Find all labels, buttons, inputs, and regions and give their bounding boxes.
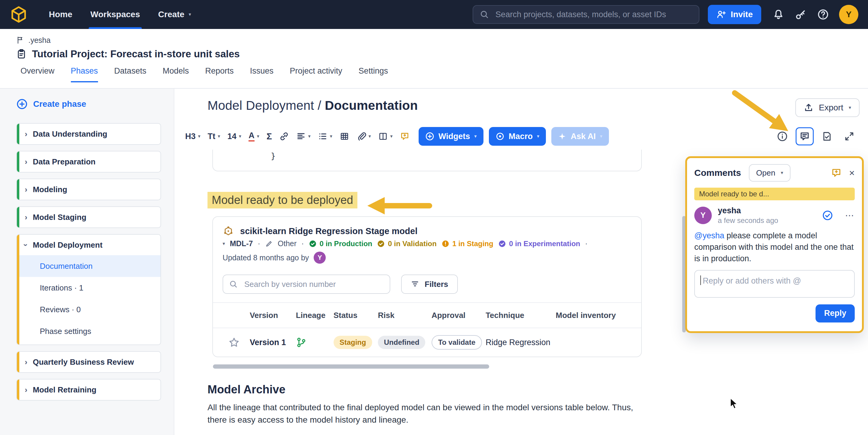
breadcrumb-phase[interactable]: Model Deployment: [208, 98, 314, 113]
sidebar-item-modeling[interactable]: ›Modeling: [16, 179, 161, 200]
sidebar-subitem-documentation[interactable]: Documentation: [17, 255, 160, 277]
page-title: Model Deployment / Documentation: [208, 98, 418, 113]
code-block-tail[interactable]: }: [212, 150, 642, 172]
sidebar-item-model-staging[interactable]: ›Model Staging: [16, 206, 161, 228]
font-family-dropdown[interactable]: Tt▾: [204, 127, 224, 146]
tab-phases[interactable]: Phases: [71, 66, 98, 82]
table-icon: [340, 131, 349, 141]
comment-plus-icon: [400, 131, 409, 141]
chevron-down-icon[interactable]: ▾: [223, 241, 225, 246]
sidebar-item-data-understanding[interactable]: ›Data Understanding: [16, 123, 161, 145]
review-notes-button[interactable]: [818, 127, 836, 146]
updated-by-avatar[interactable]: Y: [314, 252, 326, 263]
user-avatar[interactable]: Y: [839, 5, 858, 24]
sidebar-item-quarterly-business-review[interactable]: ›Quarterly Business Review: [16, 351, 161, 373]
insert-table-button[interactable]: [336, 127, 353, 146]
sidebar-subitem-iterations[interactable]: Iterations · 1: [17, 277, 160, 299]
column-header-approval[interactable]: Approval: [432, 311, 486, 320]
column-header-lineage[interactable]: Lineage: [296, 311, 334, 320]
phase-status-bar: [17, 207, 19, 227]
check-circle-icon: [377, 240, 385, 248]
export-button[interactable]: Export ▾: [795, 98, 860, 117]
cell-lineage[interactable]: [296, 337, 334, 348]
info-button[interactable]: [773, 127, 792, 146]
tab-overview[interactable]: Overview: [21, 66, 55, 82]
layout-dropdown[interactable]: ▾: [375, 127, 396, 146]
version-search[interactable]: [223, 275, 390, 294]
create-phase-button[interactable]: Create phase: [16, 98, 174, 110]
macro-icon: [496, 132, 504, 141]
cell-version[interactable]: Version 1: [250, 338, 296, 347]
phase-header-model-deployment[interactable]: ›Model Deployment: [17, 235, 160, 255]
attachment-dropdown[interactable]: ▾: [353, 127, 375, 146]
comments-title: Comments: [694, 168, 741, 178]
highlighted-heading[interactable]: Model ready to be deployed: [208, 192, 358, 209]
align-dropdown[interactable]: ▾: [292, 127, 314, 146]
notifications-button[interactable]: [770, 6, 786, 23]
help-button[interactable]: [815, 6, 831, 23]
column-header-risk[interactable]: Risk: [378, 311, 432, 320]
ask-ai-button[interactable]: Ask AI▾: [551, 127, 609, 146]
comment-more-button[interactable]: ⋯: [845, 210, 855, 220]
tab-issues[interactable]: Issues: [250, 66, 274, 82]
horizontal-scrollbar[interactable]: [213, 365, 489, 369]
macro-button[interactable]: Macro▾: [489, 127, 546, 146]
formula-button[interactable]: Σ: [263, 127, 276, 146]
nav-item-workspaces[interactable]: Workspaces: [82, 0, 149, 29]
favorite-star-icon[interactable]: [228, 337, 250, 348]
model-table-controls: Filters: [213, 263, 641, 294]
reply-button[interactable]: Reply: [815, 304, 855, 322]
chevron-down-icon: ▾: [474, 134, 477, 139]
add-comment-button[interactable]: [396, 127, 413, 146]
tab-project-activity[interactable]: Project activity: [290, 66, 342, 82]
fullscreen-button[interactable]: [840, 127, 858, 146]
heading-style-dropdown[interactable]: H3▾: [182, 127, 204, 146]
badge-label: 0 in Validation: [388, 240, 436, 248]
workspace-name[interactable]: .yesha: [28, 36, 51, 45]
column-header-status[interactable]: Status: [334, 311, 378, 320]
invite-button[interactable]: Invite: [708, 5, 761, 24]
tab-reports[interactable]: Reports: [205, 66, 234, 82]
api-keys-button[interactable]: [793, 6, 809, 23]
filters-button[interactable]: Filters: [401, 275, 458, 294]
new-comment-button[interactable]: [831, 167, 842, 178]
sidebar-item-model-retraining[interactable]: ›Model Retraining: [16, 379, 161, 401]
global-search[interactable]: [473, 5, 700, 24]
comments-filter-dropdown[interactable]: Open▾: [749, 164, 790, 182]
table-row[interactable]: Version 1 Staging Undefined To validate …: [213, 328, 641, 356]
app-logo-icon[interactable]: [10, 5, 28, 24]
column-header-model-inventory[interactable]: Model inventory: [556, 311, 641, 320]
edit-icon[interactable]: [265, 240, 273, 248]
comment-mention[interactable]: @yesha: [694, 231, 724, 240]
list-dropdown[interactable]: ▾: [314, 127, 336, 146]
tab-settings[interactable]: Settings: [359, 66, 388, 82]
model-molecule-icon: [223, 225, 234, 237]
font-size-dropdown[interactable]: 14▾: [224, 127, 245, 146]
widgets-button[interactable]: Widgets▾: [418, 127, 484, 146]
column-header-version[interactable]: Version: [250, 311, 296, 320]
resolve-comment-button[interactable]: [822, 210, 833, 221]
model-title[interactable]: scikit-learn Ridge Regression Stage mode…: [240, 226, 417, 236]
tab-models[interactable]: Models: [162, 66, 189, 82]
chevron-down-icon: ▾: [239, 134, 241, 139]
plus-circle-icon: [425, 132, 434, 141]
model-id[interactable]: MDL-7: [230, 239, 253, 248]
tab-datasets[interactable]: Datasets: [114, 66, 147, 82]
version-search-input[interactable]: [243, 279, 384, 289]
nav-item-home[interactable]: Home: [40, 0, 82, 29]
comment-thread-reference[interactable]: Model ready to be d...: [694, 188, 855, 200]
sidebar-subitem-phase-settings[interactable]: Phase settings: [17, 320, 160, 342]
comments-toggle-button[interactable]: [796, 127, 814, 146]
reply-input-box[interactable]: [694, 270, 855, 298]
reply-input[interactable]: [701, 276, 848, 286]
dot-separator: ·: [585, 239, 588, 248]
sidebar-subitem-reviews[interactable]: Reviews · 0: [17, 299, 160, 320]
sidebar-item-data-preparation[interactable]: ›Data Preparation: [16, 151, 161, 173]
nav-item-create[interactable]: Create▾: [149, 0, 200, 29]
close-comments-button[interactable]: ×: [849, 168, 855, 178]
global-search-input[interactable]: [494, 9, 692, 20]
export-label: Export: [819, 103, 843, 113]
column-header-technique[interactable]: Technique: [486, 311, 556, 320]
link-button[interactable]: [276, 127, 292, 146]
text-color-dropdown[interactable]: A▾: [245, 127, 263, 146]
